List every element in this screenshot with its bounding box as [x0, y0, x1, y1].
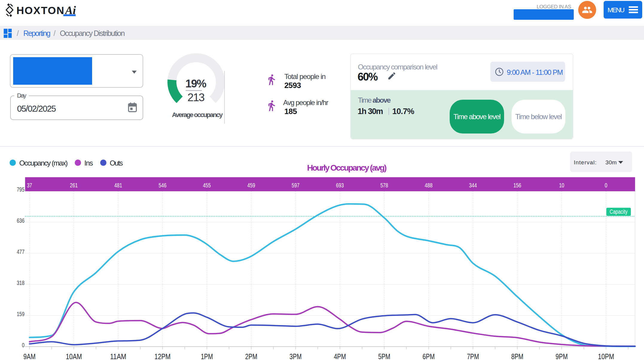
svg-text:459: 459: [247, 182, 255, 189]
svg-text:546: 546: [159, 182, 167, 189]
svg-text:7PM: 7PM: [467, 352, 479, 361]
svg-text:9AM: 9AM: [23, 352, 36, 361]
svg-text:9PM: 9PM: [556, 352, 568, 361]
svg-text:4PM: 4PM: [334, 352, 346, 361]
svg-text:477: 477: [17, 248, 25, 255]
svg-text:2PM: 2PM: [245, 352, 257, 361]
svg-text:481: 481: [114, 182, 122, 189]
svg-text:597: 597: [292, 182, 300, 189]
svg-text:Capacity: Capacity: [610, 208, 628, 215]
svg-text:795: 795: [17, 186, 25, 193]
svg-text:156: 156: [513, 182, 521, 189]
svg-text:10PM: 10PM: [598, 352, 614, 361]
svg-text:636: 636: [17, 217, 25, 224]
svg-text:578: 578: [380, 182, 388, 189]
svg-text:261: 261: [70, 182, 78, 189]
svg-text:6PM: 6PM: [422, 352, 435, 361]
svg-text:0: 0: [22, 342, 25, 348]
svg-text:1PM: 1PM: [201, 352, 213, 361]
svg-text:8PM: 8PM: [511, 352, 524, 361]
svg-text:344: 344: [469, 182, 477, 189]
svg-text:318: 318: [17, 280, 25, 286]
svg-text:488: 488: [425, 182, 433, 189]
svg-text:12PM: 12PM: [155, 352, 171, 361]
svg-text:37: 37: [27, 182, 32, 189]
svg-text:10AM: 10AM: [66, 352, 82, 361]
svg-text:0: 0: [605, 182, 608, 189]
svg-text:5PM: 5PM: [378, 352, 390, 361]
svg-text:693: 693: [336, 182, 344, 189]
svg-text:3PM: 3PM: [289, 352, 302, 361]
svg-text:159: 159: [17, 311, 25, 317]
svg-text:11AM: 11AM: [110, 352, 126, 361]
svg-text:10: 10: [559, 182, 564, 189]
svg-text:455: 455: [203, 182, 211, 189]
